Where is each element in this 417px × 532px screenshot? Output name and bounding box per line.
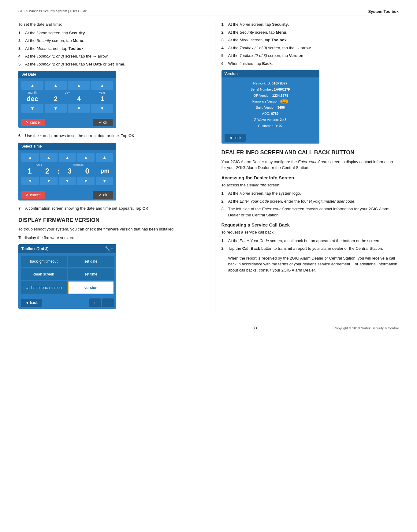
right-column: 1 At the Home screen, tap Security. 2 At… — [215, 21, 399, 314]
serial-row: Serial Number: 1A69C27F — [226, 87, 315, 93]
time-cancel-btn[interactable]: ✕ cancel — [21, 191, 45, 199]
step-number: 5 — [18, 61, 23, 67]
italic-home: Home — [240, 22, 250, 27]
day1-up-btn[interactable]: ▲ — [45, 81, 67, 90]
step-text: Tap the Call Back button to transmit a r… — [228, 245, 383, 252]
firmware-val: 1.0 — [280, 99, 288, 103]
set-date-btn[interactable]: set date — [68, 256, 114, 267]
month-label: month — [21, 91, 43, 94]
year-down-btn[interactable]: ▼ — [91, 104, 113, 113]
hours-label: hours — [21, 163, 56, 166]
ampm-up-btn[interactable]: ▲ — [96, 153, 113, 162]
h2-up-btn[interactable]: ▲ — [40, 153, 58, 162]
bold-toolbox: Toolbox — [69, 46, 84, 51]
h1-up-btn[interactable]: ▲ — [21, 153, 39, 162]
step-text: At the Menu screen, tap Toolbox. — [25, 46, 85, 52]
h2-down-btn[interactable]: ▼ — [40, 177, 58, 185]
two-column-layout: To set the date and time: 1 At the Home … — [18, 21, 399, 314]
toolbox-back-btn[interactable]: ◄ back — [21, 299, 42, 307]
list-item: 1 At the Enter Your Code screen, a call … — [222, 238, 399, 244]
zwave-val: 2.48 — [280, 118, 286, 122]
italic-enter-code: Enter Your Code — [298, 159, 327, 164]
m1-up-btn[interactable]: ▲ — [59, 153, 76, 162]
page-footer: 33 Copyright © 2018 Nortek Security & Co… — [18, 323, 399, 330]
build-label: Build Version: — [256, 106, 276, 109]
wrench-icon: 🔧↕ — [105, 246, 113, 252]
list-item: 4 At the Toolbox (1 of 3) screen, tap th… — [18, 53, 203, 59]
step-number: 2 — [222, 198, 226, 204]
bold-call-back: Call Back — [242, 246, 260, 251]
iop-row: IOP Version: 1234.5678 — [226, 93, 315, 99]
toolbox-footer: ◄ back ← → — [18, 297, 116, 309]
version-btn[interactable]: version — [68, 281, 114, 294]
h1-down-btn[interactable]: ▼ — [21, 177, 39, 185]
step-number: 1 — [222, 238, 226, 244]
customer-row: Customer ID: 02 — [226, 123, 315, 129]
firmware-section-title: DISPLAY FIRMWARE VERSION — [18, 217, 203, 224]
m1-down-btn[interactable]: ▼ — [59, 177, 76, 185]
cancel-btn[interactable]: ✕ cancel — [21, 119, 45, 126]
ok-btn[interactable]: ✔ ok — [93, 119, 113, 126]
day1-down-btn[interactable]: ▼ — [45, 104, 67, 113]
accessing-intro: To access the Dealer Info screen: — [222, 182, 399, 188]
italic-master-code: master user code — [323, 199, 354, 204]
version-back-btn[interactable]: ◄ back — [225, 134, 246, 142]
backlight-timeout-btn[interactable]: backlight timeout — [21, 256, 67, 267]
day2-down-btn[interactable]: ▼ — [68, 104, 90, 113]
list-item: 4 At the Toolbox (1 of 3) screen, tap th… — [222, 45, 399, 51]
month-down-btn[interactable]: ▼ — [21, 104, 43, 113]
firmware-label: Firmware Version: — [252, 99, 280, 103]
time-ok-btn[interactable]: ✔ ok — [93, 191, 113, 199]
zwave-row: Z-Wave Version: 2.48 — [226, 117, 315, 123]
day-val1: 2 — [45, 95, 67, 103]
list-item: 5 At the Toolbox (2 of 3) screen, tap Ve… — [222, 53, 399, 59]
time-screen-title: Select Time — [18, 143, 116, 150]
step-number: 4 — [222, 45, 226, 51]
step-text: At the Enter Your Code screen, a call ba… — [228, 238, 381, 244]
serial-val: 1A69C27F — [274, 88, 290, 91]
list-item: 1 At the Home screen, tap Security. — [18, 30, 203, 36]
left-column: To set the date and time: 1 At the Home … — [18, 21, 203, 314]
minutes-label: minutes — [61, 163, 95, 166]
network-id-val: 010F9B77 — [272, 81, 287, 85]
dealer-p1: Your 2GIG Alarm Dealer may configure the… — [222, 159, 399, 171]
date-labels: month day year — [21, 91, 113, 94]
month-up-btn[interactable]: ▲ — [21, 81, 43, 90]
check-icon: ✔ — [99, 193, 102, 197]
set-time-btn[interactable]: set time — [68, 268, 114, 280]
adc-row: ADC: 6789 — [226, 111, 315, 117]
list-item: 3 At the Menu screen, tap Toolbox. — [222, 37, 399, 43]
serial-label: Serial Number: — [251, 88, 273, 91]
x-icon: ✕ — [26, 193, 29, 197]
requesting-steps-list: 1 At the Enter Your Code screen, a call … — [222, 238, 399, 252]
ampm-down-btn[interactable]: ▼ — [96, 177, 113, 185]
list-item: 2 At the Security screen, tap Menu. — [222, 29, 399, 36]
italic-toolbox2: Toolbox (2 of 3) — [37, 62, 64, 66]
prev-arrow-btn[interactable]: ← — [89, 298, 101, 307]
step-text: At the Toolbox (2 of 3) screen, tap Vers… — [228, 53, 305, 59]
italic-enter-code2: Enter Your Code — [240, 199, 269, 204]
bold-menu: Menu — [73, 38, 83, 43]
m2-down-btn[interactable]: ▼ — [77, 177, 95, 185]
step-text: At the Home screen, tap the system logo. — [228, 190, 301, 197]
calibrate-touch-screen-btn[interactable]: calibrate touch screen — [21, 281, 67, 294]
step7-list: 7 A confirmation screen showing the date… — [18, 205, 203, 212]
day2-up-btn[interactable]: ▲ — [68, 81, 90, 90]
screen-body: ▲ ▲ ▲ ▲ month day year dec 2 4 1 — [18, 78, 116, 117]
italic-enter-code3: Enter Your Code — [262, 207, 291, 211]
list-item: 5 At the Toolbox (2 of 3) screen, tap Se… — [18, 61, 203, 67]
list-item: 6 When finished, tap Back. — [222, 61, 399, 67]
year-up-btn[interactable]: ▲ — [91, 81, 113, 90]
list-item: 1 At the Home screen, tap Security. — [222, 21, 399, 28]
clean-screen-btn[interactable]: clean screen — [21, 268, 67, 280]
italic-menu: Menu — [240, 38, 250, 42]
build-row: Build Version: 3456 — [226, 105, 315, 111]
right-steps-list: 1 At the Home screen, tap Security. 2 At… — [222, 21, 399, 66]
bold-back: Back — [262, 61, 272, 66]
year-label: year — [91, 91, 113, 94]
build-val: 3456 — [277, 106, 285, 109]
next-arrow-btn[interactable]: → — [102, 298, 114, 307]
step-number: 1 — [222, 190, 226, 197]
step-number: 3 — [18, 46, 23, 52]
m2-up-btn[interactable]: ▲ — [77, 153, 95, 162]
